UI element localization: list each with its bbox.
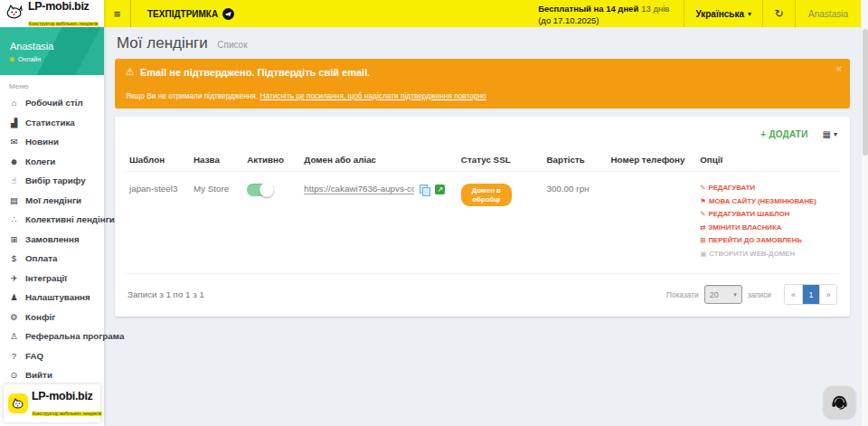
option-change-owner[interactable]: ⇄ЗМІНИТИ ВЛАСНИКА (700, 223, 835, 232)
view-options-button[interactable]: ▦ ▾ (823, 129, 837, 139)
resend-confirmation-link[interactable]: Натисніть це посилання, щоб надіслати пі… (259, 91, 486, 100)
landings-table: Шаблон Назва Активно Домен або аліас Ста… (126, 150, 839, 274)
scrollbar-thumb[interactable] (863, 29, 868, 156)
support-chat-button[interactable] (824, 386, 855, 418)
scrollbar-track[interactable] (861, 0, 868, 426)
sidebar-item-referral[interactable]: ♙Реферальна програма (0, 327, 104, 346)
news-icon: ✉ (9, 137, 19, 147)
sidebar-item-colleagues[interactable]: ☻Колеги (0, 151, 104, 171)
brand-logo-top[interactable]: LP-mobi.biz Конструктор мобільних лендін… (0, 0, 104, 27)
sidebar-user-name: Anastasia (10, 41, 94, 52)
sidebar-item-faq[interactable]: ?FAQ (0, 346, 104, 365)
sidebar-item-tariff[interactable]: ☝Вибір тарифу (0, 171, 104, 191)
share-icon: ∴ (9, 214, 19, 224)
chevron-down-icon: ▾ (748, 10, 751, 18)
sidebar-item-statistics[interactable]: ▟Статистика (0, 112, 104, 132)
sidebar-item-payment[interactable]: $Оплата (0, 249, 104, 269)
pagination-page-1[interactable]: 1 (802, 285, 819, 304)
cell-domain: https://cakawi7636-aupvs-com-42 ↗ (300, 172, 458, 274)
page-subtitle: Список (217, 40, 247, 50)
landing-pages-icon: ▤ (9, 195, 19, 205)
close-icon[interactable]: × (836, 63, 842, 74)
brand-subtitle: Конструктор мобільних лендінгів (28, 22, 99, 26)
language-selector[interactable]: Українська ▾ (684, 0, 762, 27)
gears-icon: ⚙ (9, 312, 19, 322)
refresh-button[interactable]: ↻ (762, 0, 795, 27)
edit-icon: ✎ (700, 184, 705, 192)
hand-pointer-icon: ☝ (9, 175, 19, 185)
exchange-icon: ⇄ (700, 223, 705, 232)
sidebar-user-panel: Anastasia Онлайн (0, 27, 104, 75)
page-header: Мої лендінги Список (115, 27, 850, 59)
cell-template: japan-steel3 (126, 172, 190, 274)
sidebar-item-orders[interactable]: ⊞Замовлення (0, 229, 104, 249)
topbar: ≡ ТЕХПІДТРИМКА Бесплатный на 14 дней13 д… (104, 0, 861, 27)
cell-price: 300.00 грн (543, 172, 608, 274)
main-content: Мої лендінги Список ⚠ Email не підтвердж… (104, 27, 861, 426)
sidebar-menu: ⌂Робочий стіл ▟Статистика ✉Новини ☻Колег… (0, 93, 104, 385)
sidebar-item-integrations[interactable]: ✈Інтеграції (0, 268, 104, 288)
option-edit-template[interactable]: ✎РЕДАГУВАТИ ШАБЛОН (700, 210, 835, 218)
table-footer: Записи з 1 по 1 з 1 Показати 20 ▾ записи… (126, 274, 839, 317)
grid-icon: ▦ (823, 129, 831, 139)
alert-title-text: Email не підтверджено. Підтвердіть свій … (140, 67, 370, 78)
topbar-username[interactable]: Anastasia (795, 0, 861, 27)
active-toggle[interactable] (247, 184, 274, 196)
ssl-status-badge[interactable]: Домен в обробці (461, 184, 512, 206)
sidebar-item-logout[interactable]: ⊙Вийти (0, 365, 104, 385)
user-icon: ♟ (9, 292, 19, 302)
col-name: Назва (190, 150, 243, 172)
brand-title: LP-mobi.biz (28, 0, 90, 13)
col-active: Активно (243, 150, 300, 172)
copy-icon[interactable] (420, 185, 429, 194)
option-edit[interactable]: ✎РЕДАГУВАТИ (700, 184, 835, 192)
paper-plane-icon: ✈ (9, 273, 19, 283)
landings-panel: + ДОДАТИ ▦ ▾ Шаблон Назва Активно Домен … (115, 117, 850, 317)
language-label: Українська (695, 9, 744, 19)
col-phone: Номер телефону (608, 150, 697, 172)
user-plus-icon: ♙ (9, 331, 19, 341)
plus-icon: + (760, 129, 766, 139)
email-warning-alert: ⚠ Email не підтверджено. Підтвердіть сві… (115, 59, 850, 109)
sidebar-item-my-landings[interactable]: ▤Мої лендінги (0, 190, 104, 210)
users-icon: ☻ (9, 156, 19, 166)
sidebar-item-config[interactable]: ⚙Конфіг (0, 307, 104, 327)
sidebar-toggle-button[interactable]: ≡ (104, 0, 131, 27)
alert-body-text: Якщо Ви не отримали підтвердження. (126, 91, 258, 100)
tech-support-button[interactable]: ТЕХПІДТРИМКА (147, 0, 234, 27)
brand-logo-bottom[interactable]: LP-mobi.biz Конструктор мобільних лендін… (4, 384, 100, 422)
option-create-web-domain: ▣СТВОРИТИ WEB-ДОМЕН (700, 250, 835, 258)
sidebar-item-collective-landings[interactable]: ∴Колективні лендінги (0, 210, 104, 230)
cell-phone (608, 172, 697, 274)
pagination-prev-button[interactable]: « (785, 285, 802, 304)
chevron-down-icon: ▾ (834, 130, 837, 138)
power-icon: ⊙ (9, 370, 19, 380)
sidebar-item-workspace[interactable]: ⌂Робочий стіл (0, 93, 104, 113)
headset-icon (830, 392, 849, 413)
sidebar-item-news[interactable]: ✉Новини (0, 132, 104, 152)
panel-toolbar: + ДОДАТИ ▦ ▾ (126, 117, 839, 150)
telegram-icon (222, 8, 234, 20)
page-size-select[interactable]: 20 ▾ (704, 285, 742, 304)
sidebar-item-settings[interactable]: ♟Налаштування (0, 288, 104, 308)
dollar-icon: $ (9, 253, 19, 263)
table-header-row: Шаблон Назва Активно Домен або аліас Ста… (126, 150, 839, 172)
option-go-to-orders[interactable]: ⊞ПЕРЕЙТИ ДО ЗАМОВЛЕНЬ (700, 236, 835, 244)
bar-chart-icon: ▟ (9, 118, 19, 128)
records-label: записи (748, 290, 771, 299)
external-link-icon[interactable]: ↗ (435, 185, 445, 194)
sidebar-user-status: Онлайн (10, 56, 94, 62)
warning-icon: ⚠ (126, 66, 135, 78)
col-domain: Домен або аліас (300, 150, 458, 172)
trial-plan-info: Бесплатный на 14 дней13 днів (до 17.10.2… (538, 0, 669, 27)
pagination-next-button[interactable]: » (819, 285, 836, 304)
add-landing-button[interactable]: + ДОДАТИ (760, 129, 807, 139)
records-info: Записи з 1 по 1 з 1 (127, 289, 204, 299)
domain-link[interactable]: https://cakawi7636-aupvs-com-42 (304, 184, 414, 194)
col-template: Шаблон (126, 150, 190, 172)
online-status-icon (10, 57, 14, 62)
topbar-spacer (234, 0, 538, 27)
trial-plan-title: Бесплатный на 14 дней (538, 4, 638, 14)
option-site-language[interactable]: ⚑МОВА САЙТУ (НЕЗМІНЮВАНЕ) (700, 197, 835, 205)
trial-days-left: 13 днів (641, 4, 669, 14)
